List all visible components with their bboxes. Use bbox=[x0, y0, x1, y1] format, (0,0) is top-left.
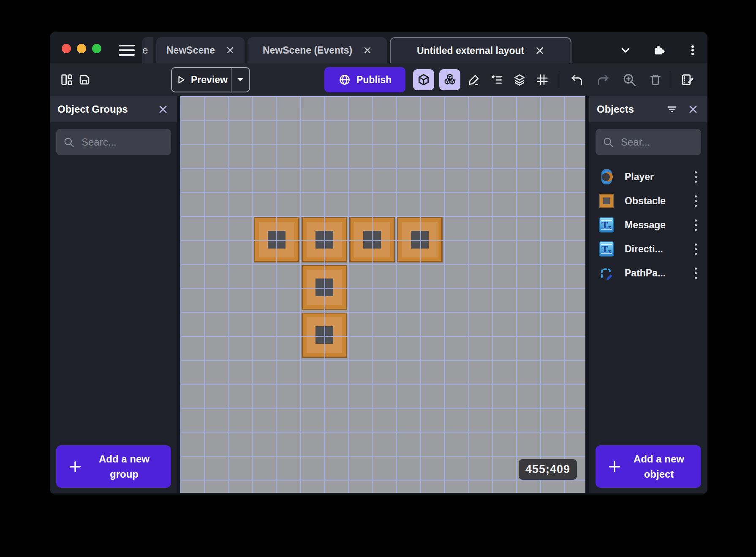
instances-cubes-icon[interactable] bbox=[439, 69, 460, 90]
obstacle-tile-instance[interactable] bbox=[302, 312, 347, 358]
obstacle-tile-instance[interactable] bbox=[349, 217, 395, 262]
editor-content: Object Groups Add a new group bbox=[50, 96, 707, 495]
edit-pencil-icon[interactable] bbox=[465, 71, 482, 88]
path-object-icon bbox=[598, 265, 615, 281]
objects-search[interactable] bbox=[596, 129, 701, 155]
tab-untitled-external-layout[interactable]: Untitled external layout bbox=[390, 37, 571, 63]
obstacle-tile-instance[interactable] bbox=[254, 217, 299, 262]
add-object-label: Add a new object bbox=[622, 452, 696, 482]
objects-empty-area bbox=[589, 287, 707, 445]
close-icon[interactable] bbox=[363, 46, 372, 54]
tab-partial[interactable]: e bbox=[142, 37, 153, 63]
kebab-menu-icon[interactable] bbox=[691, 218, 701, 232]
tab-label: Untitled external layout bbox=[417, 45, 524, 57]
player-object-icon bbox=[598, 169, 615, 185]
filter-icon[interactable] bbox=[665, 103, 679, 116]
layers-icon[interactable] bbox=[511, 71, 528, 88]
toolbar-divider bbox=[559, 71, 559, 88]
titlebar: e NewScene NewScene (Events) Untitled ex… bbox=[50, 32, 707, 63]
object-groups-search[interactable] bbox=[56, 129, 171, 155]
obstacle-tile-instance[interactable] bbox=[302, 217, 347, 262]
panel-title: Object Groups bbox=[57, 103, 156, 115]
tile-layer bbox=[180, 96, 585, 493]
cursor-coordinates-badge: 455;409 bbox=[519, 459, 577, 480]
tab-label: NewScene (Events) bbox=[263, 45, 352, 56]
tab-label: NewScene bbox=[166, 45, 215, 56]
close-icon[interactable] bbox=[156, 103, 170, 116]
objects-list: Player Obstacle Tx Message Tx Directi... bbox=[589, 166, 707, 287]
preview-button[interactable]: Preview bbox=[171, 67, 250, 92]
object-groups-header: Object Groups bbox=[50, 96, 177, 122]
toolbar: Preview Publish bbox=[50, 63, 707, 96]
text-object-icon: Tx bbox=[598, 217, 615, 233]
panel-title: Objects bbox=[597, 103, 665, 115]
traffic-minimize-button[interactable] bbox=[77, 44, 86, 53]
add-object-button[interactable]: Add a new object bbox=[596, 445, 701, 488]
tab-partial-label: e bbox=[142, 44, 148, 56]
obstacle-tile-instance[interactable] bbox=[302, 265, 347, 310]
tab-newscene[interactable]: NewScene bbox=[156, 37, 245, 63]
kebab-menu-icon[interactable] bbox=[691, 242, 701, 256]
kebab-menu-icon[interactable] bbox=[685, 43, 700, 58]
search-input[interactable] bbox=[621, 136, 694, 148]
events-list-icon[interactable] bbox=[488, 71, 505, 88]
plus-icon bbox=[607, 460, 622, 474]
objects-header: Objects bbox=[589, 96, 707, 122]
traffic-zoom-button[interactable] bbox=[92, 44, 101, 53]
edit-scene-icon[interactable] bbox=[679, 71, 696, 88]
preview-button-main[interactable]: Preview bbox=[172, 68, 231, 92]
publish-button[interactable]: Publish bbox=[324, 67, 405, 92]
undo-icon[interactable] bbox=[568, 71, 585, 88]
tab-newscene-events[interactable]: NewScene (Events) bbox=[247, 37, 387, 63]
publish-label: Publish bbox=[356, 74, 392, 86]
close-icon[interactable] bbox=[686, 103, 700, 116]
object-row-direction[interactable]: Tx Directi... bbox=[589, 238, 707, 260]
search-icon bbox=[63, 136, 75, 148]
objects-panel: Objects Player bbox=[589, 96, 707, 493]
add-group-button[interactable]: Add a new group bbox=[56, 445, 171, 488]
object-row-player[interactable]: Player bbox=[589, 166, 707, 187]
obstacle-tile-instance[interactable] bbox=[397, 217, 443, 262]
globe-icon bbox=[338, 73, 351, 86]
desktop-background: e NewScene NewScene (Events) Untitled ex… bbox=[0, 0, 756, 557]
home-layout-icon[interactable] bbox=[58, 71, 75, 88]
delete-icon[interactable] bbox=[647, 71, 664, 88]
zoom-in-icon[interactable] bbox=[621, 71, 638, 88]
text-object-icon: Tx bbox=[598, 241, 615, 257]
obstacle-object-icon bbox=[598, 193, 615, 209]
object-groups-empty-area bbox=[50, 155, 177, 445]
search-input[interactable] bbox=[82, 136, 164, 148]
object-groups-panel: Object Groups Add a new group bbox=[50, 96, 177, 493]
save-icon[interactable] bbox=[76, 71, 93, 88]
object-row-pathpainter[interactable]: PathPa... bbox=[589, 262, 707, 284]
close-icon[interactable] bbox=[226, 46, 234, 54]
hamburger-menu-icon[interactable] bbox=[119, 45, 135, 56]
object-row-obstacle[interactable]: Obstacle bbox=[589, 190, 707, 211]
object-row-message[interactable]: Tx Message bbox=[589, 214, 707, 235]
scene-canvas[interactable]: 455;409 bbox=[180, 96, 585, 493]
redo-icon[interactable] bbox=[595, 71, 612, 88]
gdevelop-window: e NewScene NewScene (Events) Untitled ex… bbox=[50, 32, 707, 495]
plus-icon bbox=[68, 460, 82, 474]
tab-bar: e NewScene NewScene (Events) Untitled ex… bbox=[142, 37, 571, 63]
grid-icon[interactable] bbox=[534, 71, 551, 88]
extensions-puzzle-icon[interactable] bbox=[651, 43, 666, 58]
search-icon bbox=[602, 136, 614, 148]
play-icon bbox=[175, 74, 186, 85]
preview-label: Preview bbox=[191, 74, 228, 86]
preview-dropdown-button[interactable] bbox=[231, 68, 249, 92]
traffic-close-button[interactable] bbox=[62, 44, 71, 53]
kebab-menu-icon[interactable] bbox=[691, 194, 701, 208]
kebab-menu-icon[interactable] bbox=[691, 170, 701, 184]
close-icon[interactable] bbox=[535, 46, 544, 55]
3d-box-icon[interactable] bbox=[413, 69, 434, 90]
chevron-down-icon[interactable] bbox=[618, 43, 633, 58]
kebab-menu-icon[interactable] bbox=[691, 266, 701, 280]
toolbar-divider bbox=[670, 71, 670, 88]
caret-down-icon bbox=[237, 77, 244, 83]
add-group-label: Add a new group bbox=[82, 452, 166, 482]
